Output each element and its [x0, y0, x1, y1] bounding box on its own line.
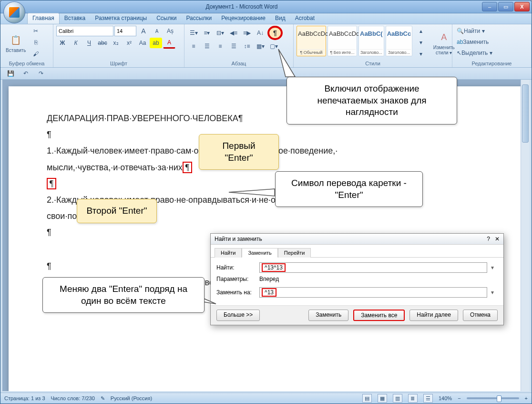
tab-view[interactable]: Вид	[270, 13, 290, 24]
line-spacing-button[interactable]: ↕≡	[241, 41, 253, 52]
group-clipboard: 📋 Вставить ✂ ⎘ 🖌 Буфер обмена	[0, 24, 53, 67]
ribbon: 📋 Вставить ✂ ⎘ 🖌 Буфер обмена Calibri 14…	[0, 24, 532, 68]
align-center-button[interactable]: ☰	[201, 41, 213, 52]
status-bar: Страница: 1 из 3 Число слов: 7/230 ✎ Рус…	[0, 393, 532, 404]
group-font: Calibri 14 A A Aș Ж К Ч abc x₂ x² Aa ab …	[53, 24, 184, 67]
redo-button[interactable]: ↷	[35, 68, 47, 79]
find-input[interactable]: ^13^13	[259, 262, 487, 273]
view-draft[interactable]: ☰	[423, 394, 433, 403]
dialog-footer: Больше >> Заменить Заменить все Найти да…	[211, 305, 503, 325]
zoom-in-button[interactable]: +	[525, 395, 528, 401]
undo-button[interactable]: ↶	[20, 68, 32, 79]
vertical-scrollbar[interactable]	[521, 80, 530, 391]
office-orb[interactable]	[3, 1, 25, 23]
italic-button[interactable]: К	[70, 38, 82, 48]
dialog-body: Найти: ^13^13 ▾ Параметры: Вперед Замени…	[211, 258, 503, 305]
close-button[interactable]: X	[514, 2, 530, 11]
underline-button[interactable]: Ч	[83, 38, 95, 48]
style-no-spacing[interactable]: AaBbCcDc¶ Без инте...	[327, 26, 357, 56]
sort-button[interactable]: A↓	[254, 28, 266, 38]
font-size-select[interactable]: 14	[114, 26, 136, 36]
styles-scroll-up[interactable]: ▴	[415, 26, 427, 36]
save-button[interactable]: 💾	[4, 68, 17, 79]
show-pilcrow-button[interactable]: ¶	[267, 26, 283, 40]
callout-replace: Меняю два "Entera" подряд на один во всё…	[42, 277, 205, 313]
dialog-close-icon[interactable]: ✕	[495, 236, 500, 242]
callout-pilcrow: Включил отображение непечатаемых знаков …	[286, 77, 457, 124]
dialog-help-icon[interactable]: ?	[487, 236, 490, 242]
style-heading1[interactable]: AaBbC(Заголово...	[358, 26, 384, 56]
params-label: Параметры:	[216, 276, 256, 282]
zoom-out-button[interactable]: −	[458, 395, 460, 401]
status-language[interactable]: Русский (Россия)	[111, 395, 152, 401]
copy-button[interactable]: ⎘	[30, 37, 42, 48]
multilevel-button[interactable]: ⊟▾	[214, 28, 226, 38]
ribbon-tabs: Главная Вставка Разметка страницы Ссылки…	[0, 13, 532, 24]
replace-once-button[interactable]: Заменить	[308, 310, 348, 321]
dialog-tab-replace[interactable]: Заменить	[242, 248, 277, 258]
status-words[interactable]: Число слов: 7/230	[51, 395, 95, 401]
callout-first-enter: Первый "Enter"	[199, 134, 279, 170]
replace-button[interactable]: ab Заменить	[455, 37, 531, 47]
group-editing: 🔍 Найти ▾ ab Заменить ↖ Выделить ▾ Редак…	[452, 24, 532, 67]
font-name-select[interactable]: Calibri	[56, 26, 113, 36]
tab-review[interactable]: Рецензирование	[216, 13, 270, 24]
callout-caret: Символ перевода каретки - "Enter"	[275, 171, 423, 207]
grow-font-button[interactable]: A	[137, 26, 150, 36]
style-heading2[interactable]: AaBbCcЗаголово...	[386, 26, 413, 56]
select-button[interactable]: ↖ Выделить ▾	[455, 48, 531, 58]
bold-button[interactable]: Ж	[56, 38, 69, 48]
view-outline[interactable]: ≣	[408, 394, 418, 403]
dialog-tabs: Найти Заменить Перейти	[211, 245, 503, 258]
clear-formatting-button[interactable]: Aș	[164, 26, 176, 36]
highlight-button[interactable]: ab	[150, 38, 162, 48]
callout-second-enter: Второй "Enter"	[77, 199, 157, 223]
dialog-tab-find[interactable]: Найти	[215, 248, 242, 258]
cancel-button[interactable]: Отмена	[463, 310, 498, 321]
tab-insert[interactable]: Вставка	[60, 13, 91, 24]
align-right-button[interactable]: ≡	[214, 41, 226, 52]
tab-acrobat[interactable]: Acrobat	[290, 13, 319, 24]
shading-button[interactable]: ▦▾	[254, 41, 266, 52]
cut-button[interactable]: ✂	[30, 26, 42, 36]
tab-mailings[interactable]: Рассылки	[181, 13, 216, 24]
status-proofing-icon[interactable]: ✎	[101, 395, 105, 402]
zoom-slider-thumb[interactable]	[497, 395, 501, 402]
minimize-button[interactable]: –	[482, 2, 497, 11]
styles-scroll-down[interactable]: ▾	[415, 37, 427, 48]
params-value: Вперед	[259, 276, 279, 282]
numbering-button[interactable]: ≡▾	[201, 28, 213, 38]
view-web-layout[interactable]: ▥	[393, 394, 402, 403]
tab-home[interactable]: Главная	[27, 13, 60, 24]
replace-input[interactable]: ^13	[259, 287, 487, 298]
justify-button[interactable]: ☰	[227, 41, 240, 52]
decrease-indent-button[interactable]: ◀≡	[227, 28, 240, 38]
find-button[interactable]: 🔍 Найти ▾	[455, 26, 531, 36]
tab-references[interactable]: Ссылки	[152, 13, 181, 24]
status-zoom[interactable]: 140%	[439, 395, 452, 401]
subscript-button[interactable]: x₂	[110, 38, 122, 48]
styles-expand[interactable]: ▾	[415, 49, 427, 59]
superscript-button[interactable]: x²	[123, 38, 135, 48]
bullets-button[interactable]: ☰▾	[187, 28, 200, 38]
scrollbar-thumb[interactable]	[522, 84, 529, 143]
view-print-layout[interactable]: ▤	[362, 394, 372, 403]
paste-button[interactable]: 📋 Вставить	[3, 26, 28, 60]
shrink-font-button[interactable]: A	[151, 26, 163, 36]
maximize-button[interactable]: ▭	[498, 2, 513, 11]
change-case-button[interactable]: Aa	[136, 38, 149, 48]
font-color-button[interactable]: A	[163, 37, 175, 49]
replace-all-button[interactable]: Заменить все	[353, 310, 405, 321]
status-page[interactable]: Страница: 1 из 3	[4, 395, 45, 401]
find-next-button[interactable]: Найти далее	[409, 310, 458, 321]
view-full-screen[interactable]: ▦	[378, 394, 387, 403]
tab-page-layout[interactable]: Разметка страницы	[90, 13, 152, 24]
format-painter-button[interactable]: 🖌	[30, 49, 42, 59]
strike-button[interactable]: abc	[96, 38, 109, 48]
zoom-slider[interactable]	[467, 397, 519, 399]
more-button[interactable]: Больше >>	[216, 310, 260, 321]
align-left-button[interactable]: ≡	[187, 41, 200, 52]
dialog-titlebar[interactable]: Найти и заменить ? ✕	[211, 234, 503, 245]
dialog-tab-goto[interactable]: Перейти	[278, 248, 311, 258]
increase-indent-button[interactable]: ≡▶	[241, 28, 253, 38]
